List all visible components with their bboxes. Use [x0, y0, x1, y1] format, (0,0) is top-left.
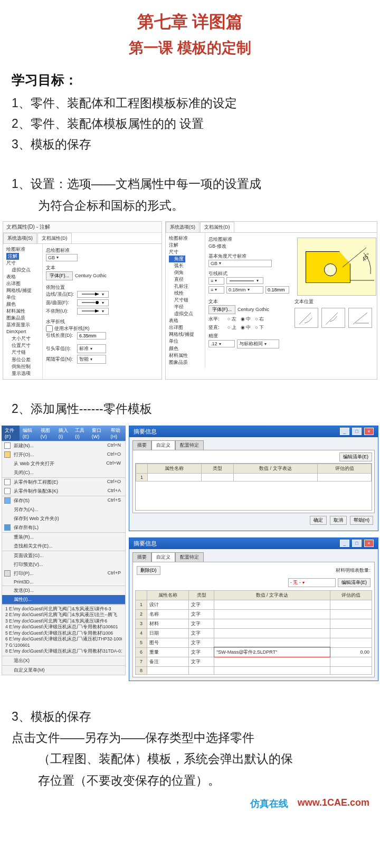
maximize-icon[interactable]: □ — [352, 540, 362, 547]
tree-hole-callout[interactable]: 孔标注 — [169, 283, 202, 290]
cell-name[interactable] — [147, 666, 189, 674]
tree-image-qual[interactable]: 图象品质 — [169, 359, 202, 366]
cell-name[interactable]: 日期 — [147, 628, 189, 638]
tree-table[interactable]: 表格 — [6, 273, 39, 280]
menu-item[interactable]: 关闭(C)... — [2, 468, 125, 478]
tree-radius[interactable]: 半径 — [169, 304, 202, 310]
cancel-button[interactable]: 取消 — [330, 516, 347, 525]
edge-arrow-combo[interactable] — [77, 291, 109, 298]
menu-item[interactable]: 保存所有(L) — [2, 523, 125, 533]
leadzero-combo[interactable]: 标准 — [77, 344, 106, 353]
menu-help[interactable]: 帮助(H) — [108, 426, 126, 441]
tree-plane-disp[interactable]: 基准面显示 — [6, 322, 39, 328]
radio-left[interactable]: 左 — [227, 316, 236, 323]
cell-name[interactable]: 设计 — [147, 600, 189, 609]
menu-item[interactable]: 新建(N)...Ctrl+N — [2, 441, 125, 450]
cell-eval[interactable] — [330, 619, 372, 628]
tree-dimxpert[interactable]: DimXpert — [6, 328, 39, 335]
recent-file-item[interactable]: 1 E:\my doc\Guest\河北腾飞阀门&东风液压\课件6-3 — [5, 606, 122, 612]
tree-dimension[interactable]: 尺寸 — [6, 260, 39, 267]
tree-linear[interactable]: 线性 — [169, 290, 202, 297]
tree-grid[interactable]: 网格线/捕捉 — [169, 331, 202, 338]
tree-pos-dim[interactable]: 位置尺寸 — [6, 342, 39, 349]
cell-eval[interactable] — [330, 666, 372, 674]
cell-eval[interactable]: 0.00 — [330, 647, 372, 657]
tree-diameter[interactable]: 直径 — [169, 276, 202, 283]
delete-button[interactable]: 删除(D) — [137, 566, 160, 575]
tab-doc-props[interactable]: 文档属性(D) — [37, 233, 72, 243]
recent-file-item[interactable]: 5 E:\my doc\Guest\天津锻压机床总厂\专用教材\1006 — [5, 630, 122, 636]
tree-material[interactable]: 材料属性 — [169, 352, 202, 359]
tree-colors[interactable]: 颜色 — [169, 345, 202, 352]
lead-style-combo[interactable]: ≡ — [208, 277, 224, 285]
bom-qty-combo[interactable]: - 无 - — [288, 578, 336, 587]
cell-expr[interactable] — [214, 609, 330, 619]
menu-file[interactable]: 文件(F) — [2, 426, 20, 441]
cell-name[interactable]: 材料 — [147, 619, 189, 628]
menu-item[interactable]: 页面设置(G)... — [2, 551, 125, 560]
tree-image-qual[interactable]: 图象品质 — [6, 315, 39, 322]
tab-system-options[interactable]: 系统选项(S) — [3, 233, 37, 243]
tree-b[interactable]: 绘图标准 注解 尺寸 角度 弧长 倒角 直径 孔标注 线性 尺寸链 半径 虚拟交… — [166, 233, 205, 368]
tree-units[interactable]: 单位 — [6, 294, 39, 301]
tree-material[interactable]: 材料属性 — [6, 308, 39, 315]
tree-units[interactable]: 单位 — [169, 338, 202, 345]
minimize-icon[interactable]: _ — [340, 428, 349, 435]
tree-ordinate[interactable]: 尺寸链 — [169, 297, 202, 304]
cell-type[interactable]: 文字 — [189, 619, 214, 628]
cell-eval[interactable] — [330, 638, 372, 647]
recent-file-item[interactable]: 3 E:\my doc\Guest\河北腾飞阀门&东风液压\课件6 — [5, 618, 122, 624]
tree-dimension[interactable]: 尺寸 — [169, 249, 202, 256]
menu-item[interactable]: 重装(R)... — [2, 533, 125, 542]
tree-chamfer[interactable]: 倒角控制 — [6, 363, 39, 370]
radio-middle[interactable]: 中 — [241, 324, 251, 331]
tree-table[interactable]: 表格 — [169, 317, 202, 324]
tree-annotate[interactable]: 注解 — [6, 253, 19, 260]
menu-item[interactable]: 保存(S)Ctrl+S — [2, 496, 125, 505]
recent-file-item[interactable]: 7 G:\100601 — [5, 643, 122, 648]
ok-button[interactable]: 确定 — [310, 516, 327, 525]
edit-list-button[interactable]: 编辑清单(E) — [339, 452, 372, 461]
cell-type[interactable]: 文字 — [189, 628, 214, 638]
cell-expr[interactable] — [214, 638, 330, 647]
prec-combo[interactable]: .12 — [208, 340, 235, 347]
menu-item[interactable]: 另存为(A)... — [2, 505, 125, 514]
menu-item[interactable]: 查找相关文件(E)... — [2, 542, 125, 551]
close-icon[interactable]: × — [364, 540, 374, 547]
cell-expr[interactable] — [214, 628, 330, 638]
tree-virtual-pt[interactable]: 虚拟交点 — [6, 267, 39, 273]
cell-eval[interactable] — [330, 600, 372, 609]
menu-item[interactable]: 保存到 Web 文件夹(I) — [2, 514, 125, 523]
cell[interactable] — [201, 473, 233, 481]
tree-drawing-std[interactable]: 绘图标准 — [169, 235, 202, 242]
trailzero-combo[interactable]: 智能 — [77, 355, 106, 364]
tree-chain[interactable]: 尺寸链 — [6, 349, 39, 356]
font-button[interactable]: 字体(F)... — [208, 305, 235, 314]
cell-name[interactable]: 备注 — [147, 657, 189, 666]
menu-customize[interactable]: 自定义菜单(M) — [2, 666, 125, 675]
tree-detailing[interactable]: 出详图 — [6, 280, 39, 287]
leadlen-input[interactable] — [77, 332, 106, 339]
tree-colors[interactable]: 颜色 — [6, 301, 39, 308]
tree-angle[interactable]: 角度 — [169, 256, 185, 262]
close-icon[interactable]: × — [364, 428, 374, 435]
tree-disp-opts[interactable]: 显示选项 — [6, 370, 39, 377]
edit-list-button[interactable]: 编辑清单(E) — [338, 578, 370, 587]
cell-type[interactable]: 文字 — [189, 657, 214, 666]
menu-edit[interactable]: 编辑(E) — [20, 426, 37, 441]
cell-eval[interactable] — [330, 609, 372, 619]
cell-type[interactable]: 文字 — [189, 600, 214, 609]
cell-name[interactable]: 名称 — [147, 609, 189, 619]
std-combo[interactable]: GB — [46, 254, 78, 261]
menu-item[interactable]: 从 Web 文件夹打开Ctrl+W — [2, 459, 125, 468]
tree-arclen[interactable]: 弧长 — [169, 262, 202, 269]
tree-grid[interactable]: 网格线/捕捉 — [6, 287, 39, 294]
cell[interactable] — [318, 473, 372, 481]
face-arrow-combo[interactable] — [77, 299, 109, 306]
cell-type[interactable]: 文字 — [189, 647, 214, 657]
menu-item[interactable]: 打印(P)...Ctrl+P — [2, 569, 125, 578]
lead-wt-input[interactable] — [265, 286, 289, 294]
not-attach-combo[interactable] — [77, 308, 109, 315]
menu-view[interactable]: 视图(V) — [37, 426, 55, 441]
maximize-icon[interactable]: □ — [352, 428, 362, 435]
